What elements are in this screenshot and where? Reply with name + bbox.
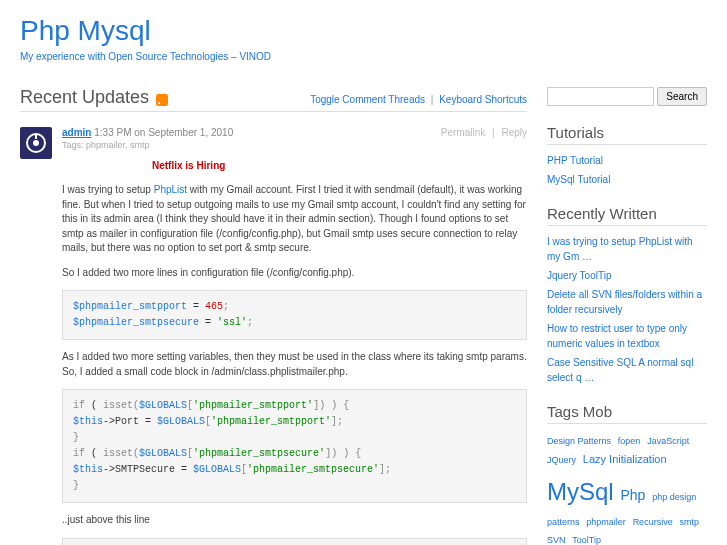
tags-heading: Tags Mob — [547, 403, 707, 424]
tag-link[interactable]: JavaScript — [647, 436, 689, 446]
tutorial-link[interactable]: MySql Tutorial — [547, 174, 610, 185]
svg-point-1 — [33, 140, 39, 146]
code-block-3: $this->Mailer = "smtp"; — [62, 538, 527, 546]
tag-link[interactable]: Php — [620, 487, 645, 503]
site-title: Php Mysql — [20, 15, 707, 47]
toggle-threads-link[interactable]: Toggle Comment Threads — [310, 94, 425, 105]
tag-link[interactable]: Recursive — [633, 517, 673, 527]
tag-link[interactable]: ToolTip — [572, 535, 601, 545]
tag-link[interactable]: MySql — [547, 478, 614, 505]
keyboard-shortcuts-link[interactable]: Keyboard Shortcuts — [439, 94, 527, 105]
phplist-link[interactable]: PhpList — [154, 184, 187, 195]
recent-link[interactable]: Delete all SVN files/folders within a fo… — [547, 289, 702, 315]
tag-link[interactable]: smtp — [679, 517, 699, 527]
post-meta: admin 1:33 PM on September 1, 2010 Perma… — [62, 127, 527, 138]
tagline: My experience with Open Source Technolog… — [20, 51, 707, 62]
recent-link[interactable]: How to restrict user to type only numeri… — [547, 323, 687, 349]
section-title: Recent Updates — [20, 87, 149, 107]
tutorial-link[interactable]: PHP Tutorial — [547, 155, 603, 166]
tag-link[interactable]: phpmailer — [586, 517, 626, 527]
recent-widget: Recently Written I was trying to setup P… — [547, 205, 707, 385]
search-input[interactable] — [547, 87, 654, 106]
recent-link[interactable]: Case Sensitive SQL A normal sql select q… — [547, 357, 693, 383]
recent-link[interactable]: I was trying to setup PhpList with my Gm… — [547, 236, 693, 262]
post-time: 1:33 PM on September 1, 2010 — [94, 127, 233, 138]
tags-widget: Tags Mob Design Patterns fopen JavaScrip… — [547, 403, 707, 545]
code-block-1: $phpmailer_smtpport = 465; $phpmailer_sm… — [62, 290, 527, 340]
tutorials-heading: Tutorials — [547, 124, 707, 145]
rss-icon[interactable] — [156, 94, 168, 106]
avatar — [20, 127, 52, 159]
post-tags: Tags: phpmailer, smtp — [62, 140, 527, 150]
tag-link[interactable]: Lazy Initialization — [583, 453, 667, 465]
permalink-link[interactable]: Permalink — [441, 127, 485, 138]
reply-link[interactable]: Reply — [501, 127, 527, 138]
tag-link[interactable]: fopen — [618, 436, 641, 446]
header-links: Toggle Comment Threads | Keyboard Shortc… — [310, 94, 527, 105]
site-header: Php Mysql My experience with Open Source… — [20, 15, 707, 62]
recent-link[interactable]: Jquery ToolTip — [547, 270, 611, 281]
search-form: Search — [547, 87, 707, 106]
tutorials-widget: Tutorials PHP TutorialMySql Tutorial — [547, 124, 707, 187]
recent-heading: Recently Written — [547, 205, 707, 226]
site-title-link[interactable]: Php Mysql — [20, 15, 151, 46]
tag-link[interactable]: Design Patterns — [547, 436, 611, 446]
section-header: Recent Updates Toggle Comment Threads | … — [20, 87, 527, 112]
main-column: Recent Updates Toggle Comment Threads | … — [20, 87, 527, 545]
sidebar: Search Tutorials PHP TutorialMySql Tutor… — [547, 87, 707, 545]
post-content: I was trying to setup PhpList with my Gm… — [62, 183, 527, 545]
post: admin 1:33 PM on September 1, 2010 Perma… — [20, 127, 527, 545]
code-block-2: if ( isset($GLOBALS['phpmailer_smtpport'… — [62, 389, 527, 503]
search-button[interactable]: Search — [657, 87, 707, 106]
tag-link[interactable]: JQuery — [547, 455, 576, 465]
author-link[interactable]: admin — [62, 127, 91, 138]
ad-banner[interactable]: Netflix is Hiring — [152, 160, 527, 171]
tag-link[interactable]: SVN — [547, 535, 566, 545]
